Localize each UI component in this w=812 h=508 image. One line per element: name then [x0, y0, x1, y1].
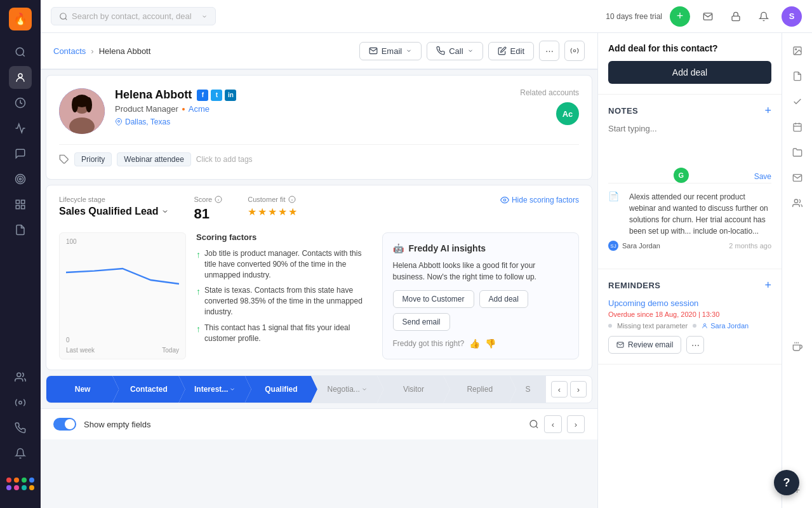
sidebar-item-users[interactable] — [9, 366, 32, 389]
bell-icon-btn[interactable] — [754, 6, 774, 27]
far-right-folder-icon[interactable] — [787, 142, 808, 163]
bottom-next-button[interactable]: › — [567, 415, 585, 433]
reminders-add-button[interactable]: + — [764, 279, 771, 291]
toggle-knob — [65, 419, 75, 429]
search-bottom-icon[interactable] — [529, 419, 539, 429]
note-text: Alexis attended our recent product webin… — [629, 191, 771, 237]
related-avatar[interactable]: Ac — [556, 102, 579, 125]
note-time: 2 months ago — [729, 242, 771, 250]
edit-button[interactable]: Edit — [488, 42, 534, 60]
far-right-calendar-icon[interactable] — [787, 117, 808, 137]
thumbs-up-button[interactable]: 👍 — [469, 338, 480, 349]
pipeline-prev-button[interactable]: ‹ — [551, 381, 568, 398]
tag-priority[interactable]: Priority — [74, 152, 112, 166]
sidebar-item-deals[interactable] — [9, 193, 32, 216]
sidebar-item-notifications[interactable] — [9, 442, 32, 465]
svg-rect-7 — [22, 200, 25, 203]
twitter-icon[interactable]: t — [211, 90, 222, 101]
reminders-section: REMINDERS + Upcoming demo session Overdu… — [598, 269, 782, 364]
pipeline-next-button[interactable]: › — [570, 381, 587, 398]
far-right-users-icon[interactable] — [787, 193, 808, 213]
stage-visitor[interactable]: Visitor — [377, 376, 449, 403]
reminders-header: REMINDERS + — [608, 279, 771, 291]
sidebar-item-search[interactable] — [9, 41, 32, 64]
reminder-user: Sara Jordan — [702, 322, 749, 330]
app-grid[interactable] — [1, 472, 39, 495]
chart-x-end: Today — [162, 347, 179, 354]
eye-icon — [500, 196, 509, 204]
notes-add-button[interactable]: + — [764, 105, 771, 116]
user-avatar[interactable]: S — [782, 6, 802, 27]
far-right-hand-icon[interactable] — [787, 337, 808, 357]
add-button[interactable]: + — [670, 6, 690, 27]
company-link[interactable]: Acme — [189, 104, 210, 114]
more-options-button[interactable]: ⋯ — [539, 41, 559, 61]
email-dropdown-icon — [406, 48, 412, 54]
stage-interested[interactable]: Interest... — [179, 376, 251, 403]
reminder-more-button[interactable]: ⋯ — [686, 336, 704, 354]
add-deal-panel-button[interactable]: Add deal — [608, 61, 771, 84]
stage-new[interactable]: New — [46, 376, 119, 403]
facebook-icon[interactable]: f — [197, 90, 208, 101]
show-empty-toggle[interactable] — [53, 418, 76, 431]
help-button[interactable]: ? — [774, 470, 799, 495]
profile-name: Helena Abbott f t in — [115, 88, 510, 102]
breadcrumb-contacts[interactable]: Contacts — [53, 46, 86, 56]
reminder-actions: Review email ⋯ — [608, 336, 771, 354]
profile-top: Helena Abbott f t in Product Manager Acm… — [59, 88, 579, 134]
stage-qualified[interactable]: Qualified — [245, 376, 317, 403]
notes-save-button[interactable]: Save — [754, 172, 771, 181]
thumbs-down-button[interactable]: 👎 — [485, 338, 496, 349]
stage-contacted[interactable]: Contacted — [112, 376, 185, 403]
svg-point-19 — [72, 97, 78, 112]
freddy-header: 🤖 Freddy AI insights — [393, 243, 569, 253]
missing-text: Missing text parameter — [617, 322, 688, 330]
sidebar-item-finance[interactable] — [9, 91, 32, 114]
stage-dropdown-icon — [161, 208, 169, 215]
sidebar-item-contacts[interactable] — [9, 66, 32, 89]
call-button[interactable]: Call — [427, 42, 483, 60]
svg-point-26 — [530, 420, 537, 427]
pipeline-bar: New Contacted Interest... Qualified Nego… — [46, 375, 592, 403]
factor-3-icon: ↑ — [196, 323, 201, 336]
far-right-image-icon[interactable] — [787, 41, 808, 61]
sidebar-item-messages[interactable] — [9, 142, 32, 165]
linkedin-icon[interactable]: in — [225, 90, 236, 101]
add-deal-button[interactable]: Add deal — [479, 290, 528, 308]
email-button[interactable]: Email — [359, 42, 422, 60]
bot-icon-btn[interactable] — [726, 6, 746, 27]
customer-fit-item: Customer fit ★★★★★ — [248, 196, 298, 218]
reminder-dot-1 — [608, 324, 612, 328]
settings-button[interactable] — [564, 41, 585, 61]
reminder-dot-2 — [693, 324, 696, 328]
app-logo[interactable]: 🔥 — [9, 8, 32, 30]
far-right-check-icon[interactable] — [787, 91, 808, 112]
related-label: Related accounts — [520, 88, 579, 97]
sidebar-item-docs[interactable] — [9, 218, 32, 241]
sidebar-item-settings[interactable] — [9, 391, 32, 414]
far-right-email-icon[interactable] — [787, 168, 808, 188]
sidebar-item-phone[interactable] — [9, 417, 32, 439]
notes-input[interactable] — [608, 124, 771, 162]
bottom-prev-button[interactable]: ‹ — [544, 415, 562, 433]
breadcrumb-current: Helena Abbott — [99, 46, 151, 56]
move-to-customer-button[interactable]: Move to Customer — [393, 290, 474, 308]
tag-webinar[interactable]: Webinar attendee — [117, 152, 191, 166]
far-right-doc-icon[interactable] — [787, 66, 808, 86]
search-bar[interactable]: Search by contact, account, deal — [51, 7, 216, 25]
hide-scoring-button[interactable]: Hide scoring factors — [500, 196, 579, 204]
factor-2-text: State is texas. Contacts from this state… — [204, 285, 372, 317]
email-icon-btn[interactable] — [698, 6, 718, 27]
sidebar-item-analytics[interactable] — [9, 117, 32, 140]
stage-negotia[interactable]: Negotia... — [311, 376, 383, 403]
stage-replied[interactable]: Replied — [444, 376, 516, 403]
send-email-button[interactable]: Send email — [393, 313, 450, 331]
action-bar: Email Call Edit ⋯ — [359, 41, 585, 61]
reminder-title[interactable]: Upcoming demo session — [608, 298, 771, 308]
main-layout: Contacts › Helena Abbott Email Call — [41, 33, 812, 508]
tag-add-placeholder[interactable]: Click to add tags — [196, 155, 253, 164]
sidebar-item-target[interactable] — [9, 168, 32, 190]
review-email-button[interactable]: Review email — [608, 336, 681, 354]
lifecycle-stage-value[interactable]: Sales Qualified Lead — [59, 206, 169, 217]
tags-row: Priority Webinar attendee Click to add t… — [59, 144, 579, 166]
